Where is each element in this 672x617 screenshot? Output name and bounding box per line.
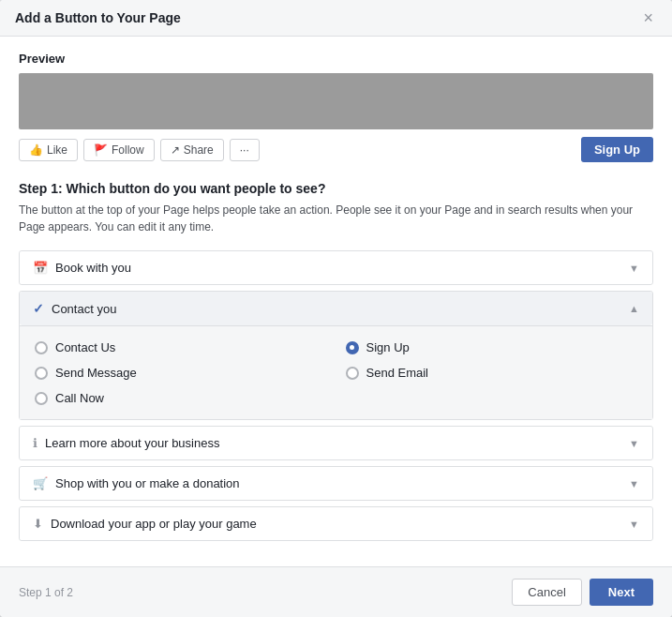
signup-preview-button[interactable]: Sign Up bbox=[581, 137, 653, 162]
preview-label: Preview bbox=[19, 52, 653, 66]
page-action-buttons: 👍 Like 🚩 Follow ↗ Share ··· bbox=[19, 139, 260, 161]
radio-send-message[interactable]: Send Message bbox=[35, 363, 327, 383]
option-learn-left: ℹ Learn more about your business bbox=[33, 436, 219, 450]
close-button[interactable]: × bbox=[639, 9, 657, 26]
option-shop-label: Shop with you or make a donation bbox=[55, 476, 240, 490]
option-learn-label: Learn more about your business bbox=[45, 436, 219, 450]
step-bold: Step 1: bbox=[19, 181, 63, 196]
chevron-down-icon: ▼ bbox=[629, 263, 639, 274]
calendar-icon: 📅 bbox=[33, 261, 48, 275]
radio-send-email[interactable]: Send Email bbox=[346, 363, 638, 383]
option-download-label: Download your app or play your game bbox=[51, 517, 257, 531]
radio-label-contact-us: Contact Us bbox=[55, 340, 115, 354]
option-contact-expanded: Contact Us Sign Up Send Message bbox=[20, 325, 652, 419]
modal-body: Preview 👍 Like 🚩 Follow ↗ Share ··· bbox=[0, 37, 672, 566]
shop-icon: 🛒 bbox=[33, 476, 48, 490]
page-actions-row: 👍 Like 🚩 Follow ↗ Share ··· Sign Up bbox=[19, 137, 653, 162]
footer-buttons: Cancel Next bbox=[512, 579, 653, 606]
share-icon: ↗ bbox=[171, 143, 180, 157]
more-label: ··· bbox=[240, 143, 249, 157]
step-rest: Which button do you want people to see? bbox=[63, 181, 326, 196]
modal-header: Add a Button to Your Page × bbox=[0, 0, 672, 37]
radio-label-call-now: Call Now bbox=[55, 391, 104, 405]
modal: Add a Button to Your Page × Preview 👍 Li… bbox=[0, 0, 672, 617]
contact-radio-grid: Contact Us Sign Up Send Message bbox=[35, 338, 637, 408]
radio-circle-send-email bbox=[346, 367, 359, 380]
follow-icon: 🚩 bbox=[94, 143, 108, 157]
follow-label: Follow bbox=[112, 143, 144, 157]
chevron-down-icon-shop: ▼ bbox=[629, 478, 639, 489]
download-icon: ⬇ bbox=[33, 517, 43, 531]
chevron-up-icon: ▲ bbox=[629, 303, 639, 314]
option-learn: ℹ Learn more about your business ▼ bbox=[19, 426, 653, 460]
more-button[interactable]: ··· bbox=[230, 139, 260, 161]
radio-label-send-email: Send Email bbox=[366, 366, 428, 380]
radio-circle-contact-us bbox=[35, 341, 48, 354]
info-icon: ℹ bbox=[33, 436, 37, 450]
option-contact-label: Contact you bbox=[52, 302, 116, 316]
option-shop: 🛒 Shop with you or make a donation ▼ bbox=[19, 466, 653, 501]
option-book-header[interactable]: 📅 Book with you ▼ bbox=[20, 251, 652, 284]
follow-button[interactable]: 🚩 Follow bbox=[83, 139, 155, 161]
modal-title: Add a Button to Your Page bbox=[15, 10, 181, 25]
radio-sign-up[interactable]: Sign Up bbox=[346, 338, 638, 357]
step-heading: Step 1: Which button do you want people … bbox=[19, 181, 653, 196]
cancel-button[interactable]: Cancel bbox=[512, 579, 581, 606]
thumbs-up-icon: 👍 bbox=[29, 143, 43, 157]
radio-contact-us[interactable]: Contact Us bbox=[35, 338, 327, 357]
radio-label-send-message: Send Message bbox=[55, 366, 137, 380]
option-contact: ✓ Contact you ▲ Contact Us Sign Up bbox=[19, 291, 653, 420]
modal-footer: Step 1 of 2 Cancel Next bbox=[0, 566, 672, 617]
option-book: 📅 Book with you ▼ bbox=[19, 250, 653, 285]
option-shop-header[interactable]: 🛒 Shop with you or make a donation ▼ bbox=[20, 467, 652, 500]
step-indicator: Step 1 of 2 bbox=[19, 586, 73, 599]
step-description: The button at the top of your Page helps… bbox=[19, 202, 653, 235]
radio-circle-call-now bbox=[35, 392, 48, 405]
check-icon: ✓ bbox=[33, 301, 44, 316]
share-label: Share bbox=[184, 143, 214, 157]
option-download: ⬇ Download your app or play your game ▼ bbox=[19, 506, 653, 541]
next-button[interactable]: Next bbox=[590, 579, 653, 606]
option-download-header[interactable]: ⬇ Download your app or play your game ▼ bbox=[20, 507, 652, 540]
option-download-left: ⬇ Download your app or play your game bbox=[33, 517, 257, 531]
radio-circle-send-message bbox=[35, 367, 48, 380]
radio-circle-sign-up bbox=[346, 341, 359, 354]
option-book-left: 📅 Book with you bbox=[33, 261, 131, 275]
like-button[interactable]: 👍 Like bbox=[19, 139, 78, 161]
option-book-label: Book with you bbox=[55, 261, 131, 275]
option-learn-header[interactable]: ℹ Learn more about your business ▼ bbox=[20, 427, 652, 459]
radio-label-sign-up: Sign Up bbox=[366, 340, 410, 354]
share-button[interactable]: ↗ Share bbox=[160, 139, 224, 161]
preview-image bbox=[19, 73, 653, 129]
option-contact-left: ✓ Contact you bbox=[33, 301, 116, 316]
option-contact-header[interactable]: ✓ Contact you ▲ bbox=[20, 292, 652, 325]
chevron-down-icon-learn: ▼ bbox=[629, 438, 639, 449]
option-shop-left: 🛒 Shop with you or make a donation bbox=[33, 476, 240, 490]
like-label: Like bbox=[47, 143, 67, 157]
radio-call-now[interactable]: Call Now bbox=[35, 388, 327, 408]
chevron-down-icon-download: ▼ bbox=[629, 519, 639, 530]
